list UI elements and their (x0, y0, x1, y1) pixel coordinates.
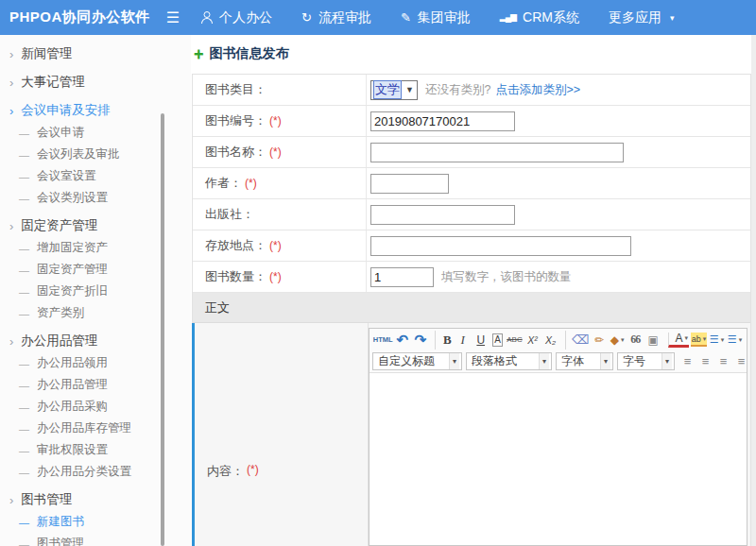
sidebar-item-label: 办公用品采购 (37, 399, 108, 415)
person-icon (200, 11, 213, 24)
sidebar-item-label: 图书管理 (37, 536, 84, 546)
editor-btn-align-right[interactable]: ≡ (715, 352, 731, 371)
sidebar-item-label: 办公用品管理 (37, 377, 108, 393)
page-scrollbar[interactable] (751, 35, 756, 546)
editor-btn-font-style[interactable]: A (492, 333, 503, 347)
sidebar-item-label: 大事记管理 (21, 74, 85, 91)
editor-btn-superscript[interactable]: X² (524, 331, 541, 350)
editor-btn-redo[interactable]: ↷ (412, 331, 428, 350)
editor-btn-underline[interactable]: U (472, 331, 489, 350)
editor-btn-strikethrough[interactable]: ABC (507, 331, 523, 350)
location-input[interactable] (370, 236, 631, 256)
item-prefix-icon: › (9, 219, 13, 233)
publisher-input[interactable] (370, 205, 515, 225)
sidebar-item-label: 固定资产管理 (21, 217, 97, 234)
book-form: 图书类目： 文学 ▼ 还没有类别? 点击添加类别>> 图书编号：(*) (192, 74, 751, 546)
select-label: 段落格式 (472, 353, 517, 369)
sidebar-item-label: 图书管理 (21, 491, 72, 508)
item-prefix-icon: — (19, 193, 29, 204)
form-row-content: 内容：(*) HTML↶↷BIUAABCX²X₂⌫✏◆66▣Aab☰☰ 自定义标… (192, 323, 750, 546)
caret-down-icon: ▾ (670, 13, 675, 23)
sidebar-item-label: 会议室设置 (37, 168, 96, 184)
field-label: 内容： (207, 463, 244, 480)
sidebar-item[interactable]: › 大事记管理 (0, 71, 191, 94)
editor-btn-ordered-list[interactable]: ☰ (709, 331, 725, 350)
item-prefix-icon: › (9, 47, 13, 61)
sidebar-item-label: 会议类别设置 (37, 190, 108, 206)
editor-btn-bold[interactable]: B (435, 331, 453, 350)
sidebar-item[interactable]: › 新闻管理 (0, 43, 191, 65)
editor-btn-font-color[interactable]: A (668, 333, 689, 348)
editor-select-custom-title[interactable]: 自定义标题 ▾ (372, 352, 462, 370)
select-label: 字号 (623, 353, 645, 369)
editor-btn-align-left[interactable]: ≡ (679, 352, 696, 371)
book-name-input[interactable] (370, 143, 624, 162)
editor-btn-subscript[interactable]: X₂ (542, 331, 558, 350)
item-prefix-icon: — (19, 286, 29, 298)
category-select[interactable]: 文学 ▼ (370, 80, 418, 100)
editor-btn-align-center[interactable]: ≡ (697, 352, 713, 371)
nav-crm-system[interactable]: ▂▄▆ CRM系统 (500, 9, 579, 26)
editor-btn-unordered-list[interactable]: ☰ (727, 331, 743, 350)
item-prefix-icon: — (19, 171, 29, 182)
menu-toggle-button[interactable]: ☰ (163, 9, 183, 26)
editor-content-area[interactable] (369, 373, 747, 545)
editor-btn-remove-format[interactable]: ⌫ (565, 331, 590, 350)
required-marker: (*) (269, 239, 282, 252)
editor-btn-format-brush[interactable]: ◆ (610, 331, 626, 350)
rich-text-editor: HTML↶↷BIUAABCX²X₂⌫✏◆66▣Aab☰☰ 自定义标题 ▾ 段落格… (369, 328, 747, 546)
item-prefix-icon: — (19, 308, 29, 319)
field-label: 图书类目： (205, 81, 266, 98)
sidebar-item-label: 增加固定资产 (37, 240, 108, 256)
author-input[interactable] (370, 174, 449, 194)
editor-btn-italic[interactable]: I (455, 331, 471, 350)
hamburger-icon: ☰ (166, 9, 180, 26)
editor-btn-undo[interactable]: ↶ (394, 331, 410, 350)
required-marker: (*) (269, 270, 282, 283)
required-marker: (*) (245, 177, 257, 190)
editor-select-font-size[interactable]: 字号 ▾ (617, 352, 675, 370)
nav-process-approval[interactable]: ↻ 流程审批 (301, 9, 371, 26)
top-navigation: 个人办公 ↻ 流程审批 ✎ 集团审批 ▂▄▆ CRM系统 更多应用 ▾ (200, 9, 703, 26)
editor-btn-source[interactable]: HTML (373, 331, 392, 350)
book-code-input[interactable] (370, 111, 515, 131)
editor-select-paragraph-format[interactable]: 段落格式 ▾ (466, 352, 552, 370)
field-label: 图书数量： (205, 268, 266, 285)
nav-personal-office[interactable]: 个人办公 (200, 9, 272, 26)
nav-group-approval[interactable]: ✎ 集团审批 (401, 9, 471, 26)
quantity-input[interactable] (370, 267, 434, 287)
selected-option: 文学 (374, 81, 401, 98)
bar-chart-icon: ▂▄▆ (500, 13, 516, 22)
editor-btn-highlight[interactable]: ab (691, 333, 707, 347)
form-row-quantity: 图书数量：(*) 填写数字，该图书的数量 (193, 262, 750, 293)
editor-btn-blockquote[interactable]: 66 (627, 331, 644, 350)
editor-btn-align-justify[interactable]: ≡ (733, 352, 747, 371)
required-marker: (*) (269, 114, 282, 128)
item-prefix-icon: — (19, 423, 29, 435)
editor-select-font-family[interactable]: 字体 ▾ (556, 352, 613, 370)
caret-down-icon: ▾ (600, 353, 610, 369)
item-prefix-icon: — (19, 538, 29, 546)
form-row-author: 作者：(*) (193, 168, 750, 199)
field-label: 图书编号： (205, 112, 266, 129)
item-prefix-icon: — (19, 467, 29, 478)
nav-label: CRM系统 (523, 9, 579, 26)
item-prefix-icon: › (9, 334, 13, 349)
nav-label: 流程审批 (318, 9, 371, 26)
select-label: 字体 (561, 353, 584, 369)
item-prefix-icon: — (19, 517, 29, 528)
editor-toolbar-row2: 自定义标题 ▾ 段落格式 ▾ 字体 ▾ 字号 (369, 350, 747, 373)
editor-toolbar-row1: HTML↶↷BIUAABCX²X₂⌫✏◆66▣Aab☰☰ (369, 329, 747, 350)
editor-btn-clean[interactable]: ✏ (592, 331, 608, 350)
select-label: 自定义标题 (378, 353, 435, 369)
page-title-text: 图书信息发布 (210, 45, 289, 62)
add-category-link[interactable]: 点击添加类别>> (495, 82, 580, 98)
quantity-hint: 填写数字，该图书的数量 (441, 269, 572, 285)
app-logo: PHPOA协同办公软件 (0, 9, 163, 26)
process-approval-icon: ↻ (301, 11, 312, 24)
form-row-name: 图书名称：(*) (193, 137, 750, 168)
nav-more-apps[interactable]: 更多应用 ▾ (609, 9, 675, 26)
sidebar-scrollbar[interactable] (161, 113, 164, 546)
editor-btn-paste[interactable]: ▣ (645, 331, 662, 350)
sidebar-item-label: 办公用品库存管理 (37, 420, 131, 436)
